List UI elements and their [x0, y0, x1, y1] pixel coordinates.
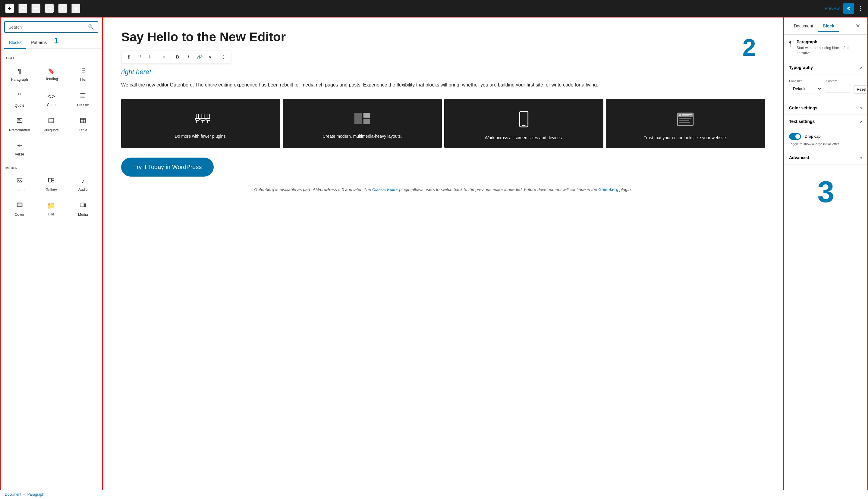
block-image[interactable]: Image	[4, 172, 35, 196]
editor-title[interactable]: Say Hello to the New Editor	[121, 29, 765, 45]
tab-blocks[interactable]: Blocks	[4, 36, 26, 49]
block-preformatted-label: Preformatted	[9, 128, 30, 132]
block-pullquote[interactable]: Pullquote	[36, 112, 66, 136]
cover-icon	[16, 202, 23, 210]
redo-icon[interactable]: ↪	[45, 4, 54, 13]
bold-button[interactable]: B	[173, 52, 182, 62]
block-code[interactable]: <> Code	[36, 87, 66, 111]
text-blocks-grid: ¶ Paragraph 🔖 Heading List " Quote	[4, 62, 98, 160]
svg-rect-7	[81, 95, 86, 95]
tab-patterns[interactable]: Patterns	[26, 36, 51, 49]
search-box[interactable]: 🔍	[4, 21, 98, 33]
breadcrumb-arrow: →	[23, 492, 26, 497]
link-button[interactable]: 🔗	[194, 52, 204, 62]
layout-icon	[353, 111, 371, 129]
panel-tab-document[interactable]: Document	[789, 20, 818, 32]
italic-button[interactable]: I	[184, 52, 193, 62]
svg-rect-24	[52, 179, 54, 180]
block-verse[interactable]: ✒ Verse	[4, 137, 35, 160]
align-button[interactable]: ≡	[159, 52, 169, 62]
add-block-button[interactable]: +	[5, 4, 14, 13]
text-settings-chevron: ∧	[860, 119, 863, 123]
block-options-button[interactable]: ⋮	[219, 52, 229, 62]
search-input[interactable]	[9, 25, 86, 29]
list-view-icon[interactable]: ≡	[71, 4, 81, 13]
svg-rect-25	[52, 181, 54, 182]
undo-icon[interactable]: ↩	[31, 4, 41, 13]
color-settings-section-header[interactable]: Color settings ∨	[784, 101, 867, 115]
text-settings-section-header[interactable]: Text settings ∧	[784, 115, 867, 129]
editor-icon	[676, 111, 694, 130]
svg-rect-42	[682, 115, 689, 116]
breadcrumb-document[interactable]: Document	[5, 492, 21, 497]
list-icon	[80, 67, 86, 75]
typography-label: Typography	[789, 65, 813, 70]
panel-tab-block[interactable]: Block	[818, 20, 839, 32]
block-paragraph[interactable]: ¶ Paragraph	[4, 62, 35, 86]
block-gallery[interactable]: Gallery	[36, 172, 66, 196]
typography-section-header[interactable]: Typography ∧	[784, 61, 867, 74]
svg-rect-31	[85, 205, 86, 206]
pullquote-icon	[48, 117, 54, 126]
close-panel-button[interactable]: ✕	[853, 21, 863, 31]
block-table[interactable]: Table	[68, 112, 98, 136]
breadcrumb-paragraph[interactable]: Paragraph	[27, 492, 44, 497]
gutenberg-link[interactable]: Gutenberg	[598, 187, 618, 192]
block-audio[interactable]: ♪ Audio	[68, 172, 98, 196]
classic-editor-link[interactable]: Classic Editor	[372, 187, 398, 192]
move-up-down-button[interactable]: ⇅	[146, 52, 155, 62]
text-settings-label: Text settings	[789, 119, 815, 124]
advanced-section-header[interactable]: Advanced ∨	[784, 151, 867, 165]
svg-rect-41	[682, 113, 692, 114]
text-settings-content: Drop cap Toggle to show a large initial …	[784, 129, 867, 151]
drag-handle-button[interactable]: ⠿	[135, 52, 144, 62]
search-icon: 🔍	[88, 24, 94, 30]
block-media[interactable]: Media	[68, 197, 98, 220]
font-size-select[interactable]: Default Small Normal Large Huge	[789, 84, 822, 94]
custom-size-col: Custom	[826, 79, 850, 93]
block-heading[interactable]: 🔖 Heading	[36, 62, 66, 86]
more-formatting-button[interactable]: ∨	[205, 52, 215, 62]
color-chevron: ∨	[860, 106, 863, 110]
block-preformatted[interactable]: Preformatted	[4, 112, 35, 136]
cta-button[interactable]: Try it Today in WordPress	[121, 158, 214, 177]
block-quote[interactable]: " Quote	[4, 87, 35, 111]
settings-button[interactable]: ⚙	[843, 3, 854, 14]
pencil-icon[interactable]: ✏	[18, 4, 28, 13]
svg-rect-34	[364, 113, 370, 118]
feature-card-2: Create modern, multimedia-heavy layouts.	[283, 99, 442, 148]
block-classic[interactable]: Classic	[68, 87, 98, 111]
editor-body-text[interactable]: We call the new editor Gutenberg. The en…	[121, 81, 765, 89]
reset-button[interactable]: Reset	[854, 85, 868, 94]
selected-text[interactable]: right here!	[121, 68, 765, 76]
file-icon: 📁	[47, 202, 55, 210]
heading-icon: 🔖	[48, 68, 54, 74]
block-verse-label: Verse	[15, 152, 24, 156]
info-icon[interactable]: ℹ	[58, 4, 68, 13]
preview-button[interactable]: Preview	[824, 6, 840, 11]
media-icon	[80, 202, 86, 210]
paragraph-type-button[interactable]: ¶	[124, 52, 134, 62]
svg-rect-2	[81, 70, 81, 71]
block-pullquote-label: Pullquote	[44, 128, 59, 132]
svg-rect-35	[364, 119, 370, 124]
block-cover-label: Cover	[15, 212, 24, 217]
drop-cap-toggle[interactable]	[789, 133, 801, 140]
svg-rect-23	[49, 179, 51, 182]
font-size-row: Font size Default Small Normal Large Hug…	[789, 79, 863, 94]
svg-rect-6	[81, 93, 86, 94]
footer-text: Gutenberg is available as part of WordPr…	[121, 186, 765, 193]
toolbar-divider-3	[217, 53, 217, 61]
advanced-label: Advanced	[789, 155, 809, 160]
block-cover[interactable]: Cover	[4, 197, 35, 220]
right-panel: Document Block ✕ ¶ Paragraph Start with …	[784, 17, 868, 499]
custom-size-input[interactable]	[826, 84, 850, 93]
drop-cap-description: Toggle to show a large initial letter.	[789, 142, 863, 146]
svg-rect-32	[85, 206, 86, 207]
left-panel: 🔍 Blocks Patterns 1 TEXT ¶ Paragraph 🔖	[0, 17, 102, 499]
block-file[interactable]: 📁 File	[36, 197, 66, 220]
blocks-list: TEXT ¶ Paragraph 🔖 Heading List "	[1, 49, 102, 498]
block-type-desc: Start with the building block of all nar…	[797, 46, 863, 56]
block-list[interactable]: List	[68, 62, 98, 86]
more-options-button[interactable]: ⋮	[858, 5, 863, 12]
